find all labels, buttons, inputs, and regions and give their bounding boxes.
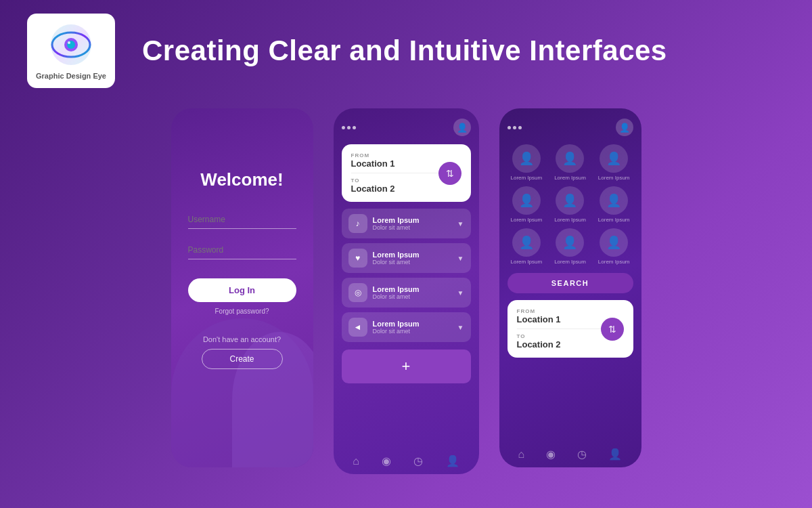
topbar-2: 👤 xyxy=(342,119,471,136)
phone-grid-inner: 👤 👤 Lorem Ipsum 👤 Lorem Ipsum 👤 Lorem Ip… xyxy=(499,108,641,467)
avatar-name-1: Lorem Ipsum xyxy=(554,175,586,181)
item-title-2: Lorem Ipsum xyxy=(373,285,420,293)
location1-name: Location 1 xyxy=(351,158,438,169)
avatar-1: 👤 Lorem Ipsum xyxy=(551,144,589,181)
search-button[interactable]: SEARCH xyxy=(508,273,633,293)
password-input[interactable] xyxy=(188,241,296,259)
svg-point-4 xyxy=(68,41,70,44)
avatar-4: 👤 Lorem Ipsum xyxy=(551,186,589,223)
logo-icon xyxy=(47,21,95,68)
create-button[interactable]: Create xyxy=(202,349,283,369)
music-icon: ♪ xyxy=(348,214,367,233)
to-label-3: TO xyxy=(517,333,601,339)
list-item-left-2: ◎ Lorem Ipsum Dolor sit amet xyxy=(348,283,420,302)
avatar-circle-7[interactable]: 👤 xyxy=(556,228,584,257)
avatar-0: 👤 Lorem Ipsum xyxy=(508,144,546,181)
chevron-0: ▼ xyxy=(457,220,464,228)
speaker-icon: ◄ xyxy=(348,318,367,337)
avatar-circle-5[interactable]: 👤 xyxy=(600,186,628,215)
register-section: Don't have an account? Create xyxy=(202,335,283,369)
bottom-nav-2: ⌂ ◉ ◷ 👤 xyxy=(342,449,471,467)
bottom-nav-3: ⌂ ◉ ◷ 👤 xyxy=(508,442,633,461)
user-nav-icon-3[interactable]: 👤 xyxy=(608,448,622,461)
to-section-3: TO Location 2 xyxy=(517,333,601,350)
compass-nav-icon-3[interactable]: ◉ xyxy=(546,448,556,461)
item-sub-2: Dolor sit amet xyxy=(373,293,420,300)
swap-button-3[interactable]: ⇅ xyxy=(601,318,624,341)
avatar-name-3: Lorem Ipsum xyxy=(510,217,542,223)
item-texts-1: Lorem Ipsum Dolor sit amet xyxy=(373,251,420,266)
avatar-circle-1[interactable]: 👤 xyxy=(556,144,584,173)
avatar-6: 👤 Lorem Ipsum xyxy=(508,228,546,265)
item-sub-3: Dolor sit amet xyxy=(373,328,420,335)
location2-3: Location 2 xyxy=(517,339,601,350)
list-item-left-3: ◄ Lorem Ipsum Dolor sit amet xyxy=(348,318,420,337)
logo-box: Graphic Design Eye xyxy=(27,14,115,88)
avatar-3: 👤 Lorem Ipsum xyxy=(508,186,546,223)
avatar-name-4: Lorem Ipsum xyxy=(554,217,586,223)
loc-divider xyxy=(351,173,438,173)
avatar-circle-6[interactable]: 👤 xyxy=(512,228,541,257)
location1-3: Location 1 xyxy=(517,314,601,324)
list-item-left-1: ♥ Lorem Ipsum Dolor sit amet xyxy=(348,249,420,268)
avatar-circle-0[interactable]: 👤 xyxy=(512,144,541,173)
username-input[interactable] xyxy=(188,211,296,229)
camera-icon: ◎ xyxy=(348,283,367,302)
location2-name: Location 2 xyxy=(351,184,438,194)
dot3-3 xyxy=(518,126,522,129)
user-icon[interactable]: 👤 xyxy=(453,119,471,136)
to-label: TO xyxy=(351,177,438,184)
avatar-5: 👤 Lorem Ipsum xyxy=(595,186,633,223)
main-title: Creating Clear and Intuitive Interfaces xyxy=(142,35,667,67)
location-card-2: FROM Location 1 TO Location 2 ⇅ xyxy=(342,144,471,202)
list-item-1: ♥ Lorem Ipsum Dolor sit amet ▼ xyxy=(342,243,471,273)
compass-nav-icon[interactable]: ◉ xyxy=(382,454,391,467)
item-texts-3: Lorem Ipsum Dolor sit amet xyxy=(373,320,420,335)
heart-icon: ♥ xyxy=(348,249,367,268)
dot-2 xyxy=(347,126,351,129)
menu-dots-3[interactable] xyxy=(508,126,522,129)
from-section: FROM Location 1 xyxy=(351,152,438,169)
dot3-2 xyxy=(513,126,516,129)
item-texts-2: Lorem Ipsum Dolor sit amet xyxy=(373,285,420,300)
avatar-circle-2[interactable]: 👤 xyxy=(600,144,628,173)
user-icon-3[interactable]: 👤 xyxy=(616,119,633,136)
phones-container: Welcome! Log In Forgot password? Don't h… xyxy=(0,102,812,474)
menu-dots[interactable] xyxy=(342,126,356,129)
list-item-2: ◎ Lorem Ipsum Dolor sit amet ▼ xyxy=(342,278,471,308)
loc-divider-3 xyxy=(517,329,601,329)
avatar-7: 👤 Lorem Ipsum xyxy=(551,228,589,265)
welcome-text: Welcome! xyxy=(200,169,283,190)
item-title-3: Lorem Ipsum xyxy=(373,320,420,328)
header: Graphic Design Eye Creating Clear and In… xyxy=(0,0,812,102)
phone-locations-inner: 👤 FROM Location 1 TO Location 2 ⇅ xyxy=(334,108,479,474)
list-item-left-0: ♪ Lorem Ipsum Dolor sit amet xyxy=(348,214,420,233)
avatar-name-0: Lorem Ipsum xyxy=(510,175,542,181)
home-nav-icon-3[interactable]: ⌂ xyxy=(518,448,525,461)
login-button[interactable]: Log In xyxy=(188,278,296,302)
avatar-circle-8[interactable]: 👤 xyxy=(600,228,628,257)
to-section: TO Location 2 xyxy=(351,177,438,194)
avatar-name-7: Lorem Ipsum xyxy=(554,259,586,265)
logo-text: Graphic Design Eye xyxy=(36,71,106,81)
avatar-8: 👤 Lorem Ipsum xyxy=(595,228,633,265)
avatar-circle-4[interactable]: 👤 xyxy=(556,186,584,215)
item-title-1: Lorem Ipsum xyxy=(373,251,420,259)
swap-button[interactable]: ⇅ xyxy=(438,162,461,185)
clock-nav-icon[interactable]: ◷ xyxy=(413,454,423,467)
avatar-grid: 👤 Lorem Ipsum 👤 Lorem Ipsum 👤 Lorem Ipsu… xyxy=(508,144,633,265)
item-sub-0: Dolor sit amet xyxy=(373,224,420,231)
home-nav-icon[interactable]: ⌂ xyxy=(353,455,359,467)
clock-nav-icon-3[interactable]: ◷ xyxy=(577,448,587,461)
add-button[interactable]: + xyxy=(342,350,471,383)
dot3-1 xyxy=(508,126,511,129)
from-label: FROM xyxy=(351,152,438,158)
dot-1 xyxy=(342,126,345,129)
avatar-circle-3[interactable]: 👤 xyxy=(512,186,541,215)
forgot-password-text[interactable]: Forgot password? xyxy=(215,308,269,315)
list-item-0: ♪ Lorem Ipsum Dolor sit amet ▼ xyxy=(342,209,471,238)
dot-3 xyxy=(353,126,356,129)
location-card-3: FROM Location 1 TO Location 2 ⇅ xyxy=(508,300,633,358)
from-label-3: FROM xyxy=(517,308,601,314)
user-nav-icon[interactable]: 👤 xyxy=(446,454,459,467)
